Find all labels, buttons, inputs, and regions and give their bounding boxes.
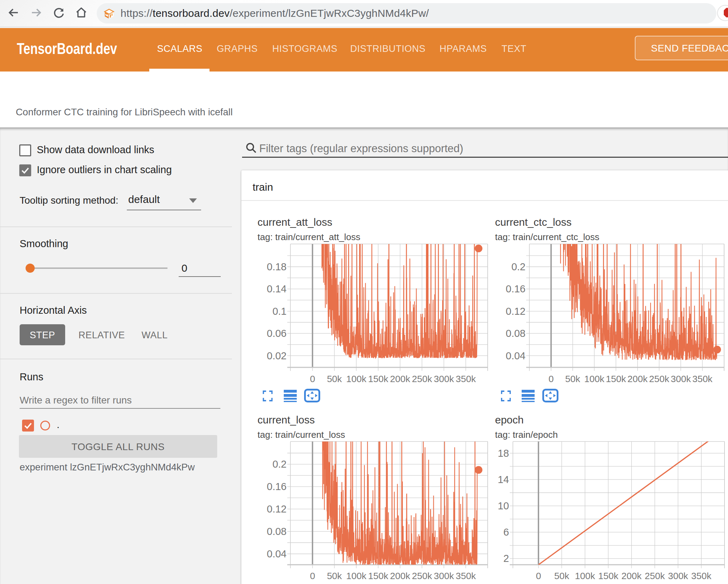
svg-text:18: 18 bbox=[498, 448, 509, 459]
svg-text:10: 10 bbox=[498, 500, 509, 511]
svg-text:2: 2 bbox=[503, 553, 509, 564]
svg-text:350k: 350k bbox=[691, 571, 712, 581]
svg-text:14: 14 bbox=[498, 474, 509, 485]
svg-text:300k: 300k bbox=[668, 571, 688, 581]
svg-text:6: 6 bbox=[503, 527, 509, 538]
svg-text:50k: 50k bbox=[554, 571, 569, 581]
svg-text:150k: 150k bbox=[598, 571, 618, 581]
svg-text:100k: 100k bbox=[575, 571, 595, 581]
svg-text:0: 0 bbox=[536, 571, 541, 581]
svg-text:200k: 200k bbox=[621, 571, 642, 581]
svg-text:250k: 250k bbox=[645, 571, 665, 581]
